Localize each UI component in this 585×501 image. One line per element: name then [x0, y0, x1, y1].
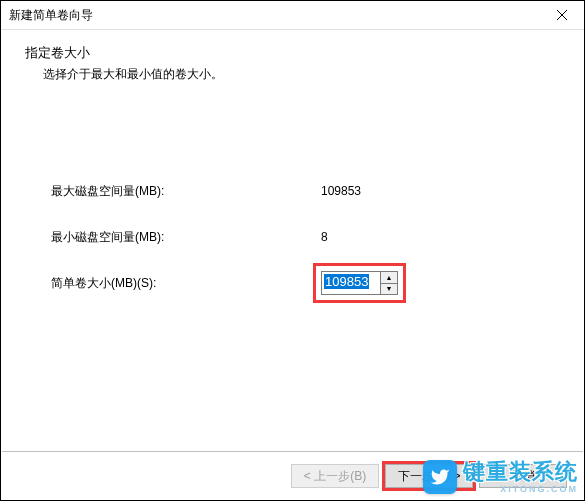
- min-size-value: 8: [321, 230, 328, 244]
- wizard-header: 指定卷大小 选择介于最大和最小值的卷大小。: [1, 30, 584, 93]
- max-size-label: 最大磁盘空间量(MB):: [51, 183, 321, 200]
- next-button[interactable]: 下一步(N) >: [385, 464, 473, 488]
- volume-size-input[interactable]: 109853: [322, 272, 380, 292]
- spin-down-button[interactable]: ▼: [381, 284, 397, 295]
- volume-size-control: 109853 ▲ ▼: [321, 271, 398, 295]
- wizard-window: 新建简单卷向导 指定卷大小 选择介于最大和最小值的卷大小。 最大磁盘空间量(MB…: [0, 0, 585, 501]
- cancel-button[interactable]: 取消: [479, 464, 567, 488]
- titlebar: 新建简单卷向导: [1, 1, 584, 30]
- volume-size-spinner[interactable]: 109853 ▲ ▼: [321, 271, 398, 295]
- spinner-buttons: ▲ ▼: [380, 272, 397, 294]
- wizard-body: 最大磁盘空间量(MB): 109853 最小磁盘空间量(MB): 8 简单卷大小…: [1, 93, 584, 296]
- min-size-label: 最小磁盘空间量(MB):: [51, 229, 321, 246]
- back-button[interactable]: < 上一步(B): [291, 464, 379, 488]
- window-title: 新建简单卷向导: [9, 7, 93, 24]
- row-volume-size: 简单卷大小(MB)(S): 109853 ▲ ▼: [51, 270, 534, 296]
- volume-size-label: 简单卷大小(MB)(S):: [51, 275, 321, 292]
- wizard-footer: < 上一步(B) 下一步(N) > 取消: [2, 451, 583, 500]
- row-min-size: 最小磁盘空间量(MB): 8: [51, 224, 534, 250]
- row-max-size: 最大磁盘空间量(MB): 109853: [51, 178, 534, 204]
- close-icon: [557, 10, 567, 20]
- spin-up-button[interactable]: ▲: [381, 272, 397, 284]
- page-title: 指定卷大小: [25, 44, 560, 62]
- close-button[interactable]: [540, 1, 584, 29]
- max-size-value: 109853: [321, 184, 361, 198]
- page-subtitle: 选择介于最大和最小值的卷大小。: [25, 66, 560, 83]
